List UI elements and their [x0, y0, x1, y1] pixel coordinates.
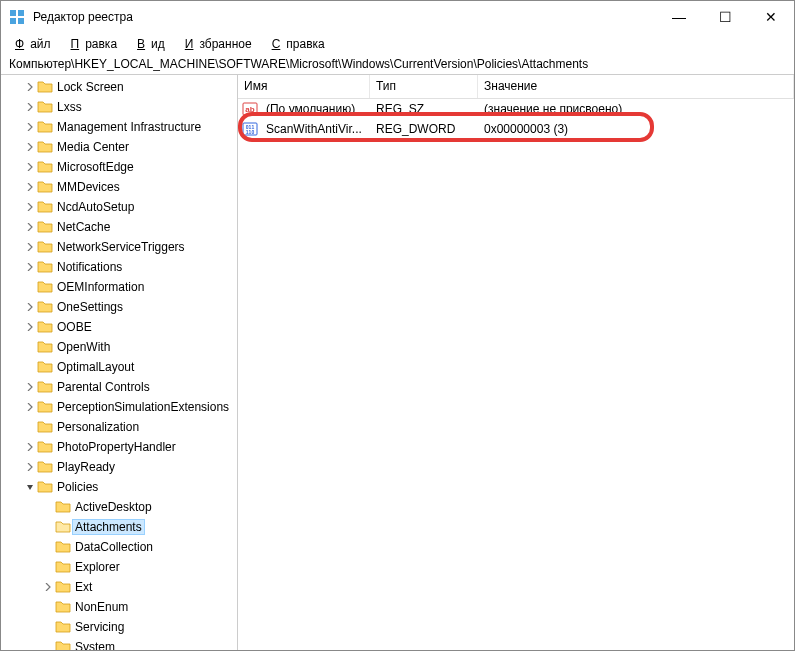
key-tree[interactable]: Lock ScreenLxssManagement Infrastructure… [1, 75, 238, 650]
tree-item-label: OptimalLayout [57, 360, 134, 374]
tree-item-playready[interactable]: PlayReady [1, 457, 237, 477]
tree-item-label: PlayReady [57, 460, 115, 474]
folder-icon [37, 280, 53, 294]
folder-icon [37, 340, 53, 354]
close-button[interactable]: ✕ [748, 1, 794, 33]
tree-item-label: OOBE [57, 320, 92, 334]
chevron-right-icon[interactable] [23, 203, 37, 211]
value-row[interactable]: 011110ScanWithAntiVir...REG_DWORD0x00000… [238, 119, 794, 139]
tree-item-mmdevices[interactable]: MMDevices [1, 177, 237, 197]
tree-item-lxss[interactable]: Lxss [1, 97, 237, 117]
tree-item-openwith[interactable]: OpenWith [1, 337, 237, 357]
chevron-down-icon[interactable] [23, 483, 37, 491]
svg-rect-2 [10, 18, 16, 24]
string-value-icon: ab [242, 101, 258, 117]
folder-icon [37, 220, 53, 234]
chevron-right-icon[interactable] [23, 383, 37, 391]
tree-item-attachments[interactable]: Attachments [1, 517, 237, 537]
tree-item-oeminformation[interactable]: OEMInformation [1, 277, 237, 297]
chevron-right-icon[interactable] [23, 243, 37, 251]
cell-value: 0x00000003 (3) [478, 122, 794, 136]
tree-item-label: Lxss [57, 100, 82, 114]
tree-item-label: Attachments [72, 519, 145, 535]
address-bar[interactable]: Компьютер\HKEY_LOCAL_MACHINE\SOFTWARE\Mi… [1, 55, 794, 75]
folder-icon [55, 540, 71, 554]
tree-item-nonenum[interactable]: NonEnum [1, 597, 237, 617]
chevron-right-icon[interactable] [23, 403, 37, 411]
menu-file[interactable]: Файл [9, 35, 63, 53]
chevron-right-icon[interactable] [23, 123, 37, 131]
tree-item-netcache[interactable]: NetCache [1, 217, 237, 237]
tree-item-label: Management Infrastructure [57, 120, 201, 134]
tree-item-label: MMDevices [57, 180, 120, 194]
tree-item-perceptionsimulationextensions[interactable]: PerceptionSimulationExtensions [1, 397, 237, 417]
tree-item-datacollection[interactable]: DataCollection [1, 537, 237, 557]
chevron-right-icon[interactable] [23, 143, 37, 151]
tree-item-management-infrastructure[interactable]: Management Infrastructure [1, 117, 237, 137]
tree-item-personalization[interactable]: Personalization [1, 417, 237, 437]
chevron-right-icon[interactable] [23, 463, 37, 471]
tree-item-label: Parental Controls [57, 380, 150, 394]
registry-editor-window: Редактор реестра — ☐ ✕ Файл Правка Вид И… [0, 0, 795, 651]
cell-type: REG_SZ [370, 102, 478, 116]
folder-icon [37, 80, 53, 94]
menu-help[interactable]: Справка [266, 35, 337, 53]
tree-item-media-center[interactable]: Media Center [1, 137, 237, 157]
list-header[interactable]: Имя Тип Значение [238, 75, 794, 99]
chevron-right-icon[interactable] [23, 83, 37, 91]
tree-item-label: Ext [75, 580, 92, 594]
tree-item-system[interactable]: System [1, 637, 237, 650]
chevron-right-icon[interactable] [23, 103, 37, 111]
tree-item-microsoftedge[interactable]: MicrosoftEdge [1, 157, 237, 177]
chevron-right-icon[interactable] [23, 183, 37, 191]
menu-favorites[interactable]: Избранное [179, 35, 264, 53]
tree-item-label: System [75, 640, 115, 650]
chevron-right-icon[interactable] [23, 163, 37, 171]
tree-item-label: NcdAutoSetup [57, 200, 134, 214]
tree-item-lock-screen[interactable]: Lock Screen [1, 77, 237, 97]
folder-icon [37, 360, 53, 374]
tree-item-networkservicetriggers[interactable]: NetworkServiceTriggers [1, 237, 237, 257]
folder-icon [37, 260, 53, 274]
tree-item-label: OpenWith [57, 340, 110, 354]
svg-text:110: 110 [246, 129, 255, 135]
tree-item-photopropertyhandler[interactable]: PhotoPropertyHandler [1, 437, 237, 457]
folder-icon [37, 460, 53, 474]
tree-item-label: ActiveDesktop [75, 500, 152, 514]
tree-item-parental-controls[interactable]: Parental Controls [1, 377, 237, 397]
tree-item-label: NonEnum [75, 600, 128, 614]
tree-item-ncdautosetup[interactable]: NcdAutoSetup [1, 197, 237, 217]
col-header-name[interactable]: Имя [238, 75, 370, 98]
tree-item-label: OneSettings [57, 300, 123, 314]
folder-icon [37, 160, 53, 174]
tree-item-onesettings[interactable]: OneSettings [1, 297, 237, 317]
chevron-right-icon[interactable] [23, 223, 37, 231]
chevron-right-icon[interactable] [23, 323, 37, 331]
folder-icon [55, 620, 71, 634]
tree-item-explorer[interactable]: Explorer [1, 557, 237, 577]
col-header-value[interactable]: Значение [478, 75, 794, 98]
menu-edit[interactable]: Правка [65, 35, 130, 53]
menu-view[interactable]: Вид [131, 35, 177, 53]
tree-item-ext[interactable]: Ext [1, 577, 237, 597]
window-controls: — ☐ ✕ [656, 1, 794, 33]
menubar: Файл Правка Вид Избранное Справка [1, 33, 794, 55]
tree-item-notifications[interactable]: Notifications [1, 257, 237, 277]
tree-item-servicing[interactable]: Servicing [1, 617, 237, 637]
tree-item-oobe[interactable]: OOBE [1, 317, 237, 337]
col-header-type[interactable]: Тип [370, 75, 478, 98]
chevron-right-icon[interactable] [23, 303, 37, 311]
minimize-button[interactable]: — [656, 1, 702, 33]
maximize-button[interactable]: ☐ [702, 1, 748, 33]
tree-item-activedesktop[interactable]: ActiveDesktop [1, 497, 237, 517]
tree-item-policies[interactable]: Policies [1, 477, 237, 497]
tree-item-label: NetCache [57, 220, 110, 234]
value-row[interactable]: ab(По умолчанию)REG_SZ(значение не присв… [238, 99, 794, 119]
chevron-right-icon[interactable] [23, 263, 37, 271]
binary-value-icon: 011110 [242, 121, 258, 137]
chevron-right-icon[interactable] [23, 443, 37, 451]
titlebar[interactable]: Редактор реестра — ☐ ✕ [1, 1, 794, 33]
chevron-right-icon[interactable] [41, 583, 55, 591]
list-body[interactable]: ab(По умолчанию)REG_SZ(значение не присв… [238, 99, 794, 650]
tree-item-optimallayout[interactable]: OptimalLayout [1, 357, 237, 377]
